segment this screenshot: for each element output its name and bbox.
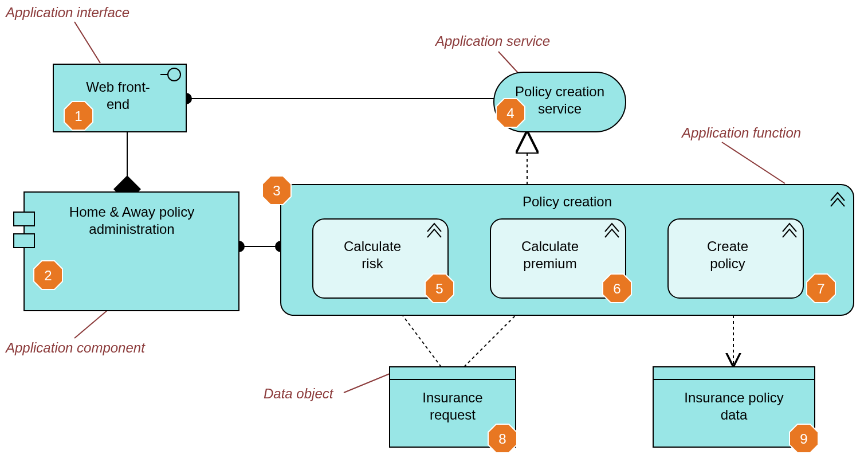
callout-line xyxy=(74,22,100,63)
node-web-front-end-label1: Web front- xyxy=(86,79,150,95)
node-component-label2: administration xyxy=(89,221,174,237)
node-request-label1: Insurance xyxy=(422,390,482,405)
node-home-away-policy: Home & Away policy administration xyxy=(14,192,239,311)
svg-rect-6 xyxy=(14,212,34,226)
node-risk-label2: risk xyxy=(362,256,383,271)
svg-text:4: 4 xyxy=(506,105,514,121)
node-request-label2: request xyxy=(430,407,476,422)
svg-text:8: 8 xyxy=(498,431,506,447)
callout-application-interface: Application interface xyxy=(5,5,129,20)
node-risk-label1: Calculate xyxy=(344,238,401,254)
node-policydata-label1: Insurance policy xyxy=(684,390,783,405)
callout-data-object: Data object xyxy=(264,386,334,401)
callout-line xyxy=(498,52,519,73)
svg-text:6: 6 xyxy=(613,281,620,296)
callout-line xyxy=(344,373,392,393)
node-component-label1: Home & Away policy xyxy=(69,204,194,220)
node-web-front-end-label2: end xyxy=(107,96,129,112)
svg-text:3: 3 xyxy=(273,183,280,198)
badge-5: 5 xyxy=(425,274,454,303)
badge-4: 4 xyxy=(496,99,525,127)
node-create-policy: Create policy xyxy=(668,219,803,298)
badge-9: 9 xyxy=(790,424,818,453)
callout-application-component: Application component xyxy=(5,340,146,355)
svg-text:7: 7 xyxy=(817,281,824,296)
node-premium-label1: Calculate xyxy=(521,238,579,254)
badge-3: 3 xyxy=(262,176,291,205)
badge-1: 1 xyxy=(64,101,93,130)
node-service-label2: service xyxy=(538,101,582,116)
node-policy-creation-label: Policy creation xyxy=(523,194,612,209)
callout-application-function: Application function xyxy=(681,125,801,140)
svg-text:1: 1 xyxy=(74,108,82,124)
node-service-label1: Policy creation xyxy=(515,84,604,99)
badge-6: 6 xyxy=(603,274,631,303)
node-policydata-label2: data xyxy=(721,407,748,422)
node-create-label1: Create xyxy=(707,238,748,254)
badge-8: 8 xyxy=(488,424,517,453)
svg-text:9: 9 xyxy=(800,431,807,447)
node-create-label2: policy xyxy=(710,256,745,271)
badge-2: 2 xyxy=(34,261,62,289)
badge-7: 7 xyxy=(807,274,835,303)
node-premium-label2: premium xyxy=(523,256,576,271)
svg-text:5: 5 xyxy=(435,281,443,296)
callout-line xyxy=(74,307,112,338)
svg-rect-7 xyxy=(14,234,34,248)
svg-text:2: 2 xyxy=(44,268,52,283)
callout-application-service: Application service xyxy=(434,33,550,49)
callout-line xyxy=(722,142,785,183)
